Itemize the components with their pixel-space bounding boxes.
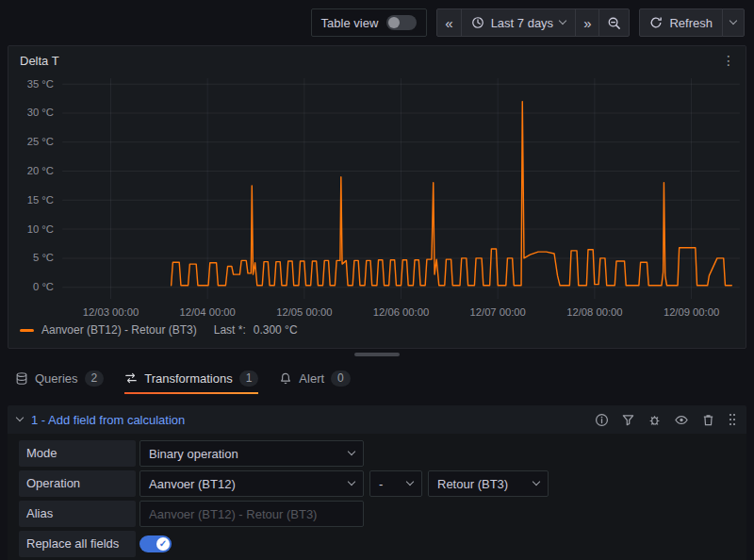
operator-value: - [379, 477, 383, 491]
y-axis-tick-label: 35 °C [27, 78, 54, 90]
eye-icon[interactable] [674, 413, 689, 427]
time-shift-back-button[interactable]: « [436, 8, 461, 37]
y-axis-tick-label: 5 °C [33, 252, 54, 263]
panel-menu-icon[interactable]: ⋮ [717, 53, 740, 68]
y-axis-tick-label: 10 °C [27, 223, 54, 235]
double-chevron-right-icon: » [583, 16, 591, 30]
collapse-chevron-icon[interactable] [16, 414, 24, 421]
clock-icon [471, 16, 484, 29]
table-view-toggle[interactable] [386, 15, 417, 30]
alias-label: Alias [19, 501, 136, 527]
tab-badge: 2 [85, 371, 105, 387]
table-view-label: Table view [321, 16, 379, 30]
chevron-down-icon [533, 478, 540, 486]
x-axis-tick-label: 12/05 00:00 [276, 306, 332, 318]
tab-label: Alert [299, 371, 324, 386]
mode-value: Binary operation [149, 447, 238, 461]
replace-all-fields-row: Replace all fields ✓ [19, 530, 735, 558]
timeseries-panel: Delta T ⋮ 0 °C5 °C10 °C15 °C20 °C25 °C30… [8, 45, 746, 349]
replace-all-fields-label: Replace all fields [19, 531, 136, 557]
operation-label: Operation [19, 470, 136, 497]
operation-left-value: Aanvoer (BT12) [149, 477, 236, 491]
operation-right-select[interactable]: Retour (BT3) [428, 470, 549, 497]
debug-bug-icon[interactable] [647, 413, 662, 427]
timeseries-chart[interactable]: 0 °C5 °C10 °C15 °C20 °C25 °C30 °C35 °C12… [8, 71, 746, 323]
tab-alert[interactable]: Alert 0 [279, 362, 350, 394]
tab-badge: 0 [331, 371, 351, 387]
replace-all-fields-toggle[interactable]: ✓ [139, 535, 172, 552]
trash-icon[interactable] [701, 413, 715, 427]
process-icon [124, 371, 138, 385]
tab-transformations[interactable]: Transformations 1 [124, 362, 258, 394]
legend-series-label[interactable]: Aanvoer (BT12) - Retour (BT3) [41, 323, 197, 337]
check-icon: ✓ [156, 537, 170, 551]
legend-series-swatch [20, 329, 34, 332]
y-axis-tick-label: 15 °C [27, 194, 54, 206]
alias-row: Alias [19, 500, 735, 528]
double-chevron-left-icon: « [445, 16, 452, 30]
panel-header[interactable]: Delta T ⋮ [8, 46, 746, 71]
tab-label: Queries [35, 371, 78, 386]
top-toolbar: Table view « Last 7 days » [0, 0, 754, 45]
info-icon[interactable] [595, 413, 609, 427]
refresh-group: Refresh [639, 8, 745, 37]
pane-resize-handle[interactable] [354, 353, 400, 356]
chevron-down-icon [348, 448, 355, 455]
transformation-actions [595, 412, 737, 427]
x-axis-tick-label: 12/04 00:00 [180, 306, 236, 318]
operation-right-value: Retour (BT3) [437, 477, 508, 491]
bell-icon [279, 371, 292, 386]
mode-select[interactable]: Binary operation [139, 440, 364, 467]
x-axis-tick-label: 12/06 00:00 [373, 306, 429, 318]
transformation-body: Mode Binary operation Operation Aanvoer … [8, 434, 746, 560]
table-view-group: Table view [311, 8, 428, 37]
legend-last-value: 0.300 °C [254, 323, 298, 337]
editor-tabs: Queries 2 Transformations 1 Alert 0 [0, 362, 754, 394]
time-range-label: Last 7 days [491, 16, 554, 30]
chevron-down-icon [729, 17, 737, 25]
refresh-interval-button[interactable] [722, 8, 745, 37]
y-axis-tick-label: 25 °C [27, 136, 54, 147]
y-axis-tick-label: 0 °C [33, 281, 54, 292]
database-icon [15, 371, 28, 386]
chevron-down-icon [406, 478, 414, 486]
time-shift-forward-button[interactable]: » [575, 8, 599, 37]
refresh-label: Refresh [669, 16, 713, 30]
operation-row: Operation Aanvoer (BT12) - Retour (BT3) [19, 469, 735, 498]
transformation-header[interactable]: 1 - Add field from calculation [8, 405, 746, 434]
chevron-down-icon [348, 478, 355, 486]
x-axis-tick-label: 12/08 00:00 [566, 306, 622, 318]
alias-input[interactable] [139, 501, 364, 527]
time-range-group: « Last 7 days » [436, 8, 630, 37]
chevron-down-icon [559, 17, 566, 25]
y-axis-tick-label: 30 °C [27, 107, 54, 119]
drag-handle-icon[interactable] [728, 412, 737, 427]
transformation-title[interactable]: 1 - Add field from calculation [31, 413, 185, 427]
time-range-picker-button[interactable]: Last 7 days [461, 8, 577, 37]
transformation-editor: 1 - Add field from calculation [8, 405, 746, 560]
tab-label: Transformations [144, 371, 232, 386]
y-axis-tick-label: 20 °C [27, 165, 54, 176]
toggle-knob [388, 17, 400, 28]
tab-queries[interactable]: Queries 2 [15, 362, 104, 394]
x-axis-tick-label: 12/09 00:00 [664, 306, 719, 318]
mode-label: Mode [19, 440, 136, 467]
tab-badge: 1 [239, 371, 259, 387]
operation-left-select[interactable]: Aanvoer (BT12) [139, 470, 364, 497]
zoom-out-time-button[interactable] [598, 8, 630, 37]
legend-last-label: Last *: [214, 323, 246, 337]
mode-row: Mode Binary operation [19, 439, 735, 468]
operator-select[interactable]: - [369, 470, 422, 497]
panel-legend: Aanvoer (BT12) - Retour (BT3) Last *: 0.… [8, 323, 746, 342]
x-axis-tick-label: 12/03 00:00 [83, 306, 139, 318]
panel-title: Delta T [20, 54, 59, 68]
search-minus-icon [607, 16, 621, 30]
x-axis-tick-label: 12/07 00:00 [470, 306, 526, 318]
refresh-button[interactable]: Refresh [639, 8, 723, 37]
refresh-icon [649, 16, 663, 29]
filter-icon[interactable] [621, 413, 635, 427]
